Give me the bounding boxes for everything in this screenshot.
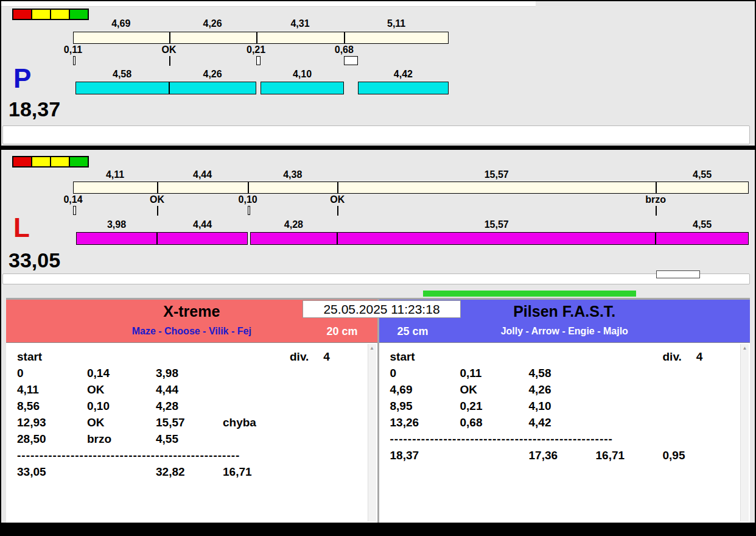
crossing-label: 0,21 xyxy=(247,44,265,55)
table-cell: start xyxy=(390,348,460,365)
start-light-1 xyxy=(31,9,51,20)
table-cell: 32,82 xyxy=(156,464,223,480)
crossing-label: 0,10 xyxy=(239,194,257,205)
table-cell xyxy=(290,464,377,480)
table-cell: 4,44 xyxy=(156,381,223,398)
table-cell: chyba xyxy=(223,414,290,431)
crossing-gap-box xyxy=(256,56,261,65)
table-cell: 4,28 xyxy=(156,398,223,414)
start-light-0 xyxy=(12,156,32,168)
split-divider xyxy=(656,182,657,193)
split-divider xyxy=(248,182,249,193)
table-cell: 12,93 xyxy=(17,414,87,431)
dog-time-label: 4,58 xyxy=(113,69,131,80)
table-cell: OK xyxy=(87,414,156,431)
split-time-label: 5,11 xyxy=(387,18,405,29)
dog-time-label: 4,28 xyxy=(284,219,303,230)
dog-time-segment xyxy=(337,232,656,245)
team-right-subtitle: Jolly - Arrow - Engie - Majlo 25 cm xyxy=(379,326,751,337)
table-cell: 33,05 xyxy=(17,464,87,480)
table-cell xyxy=(596,365,663,381)
table-cell: 8,56 xyxy=(17,398,87,414)
team-left-panel: X-treme Maze - Choose - Vilik - Fej 20 c… xyxy=(6,300,377,523)
lane-l-panel: 4,110,143,984,44OK4,444,380,104,2815,57O… xyxy=(1,150,755,298)
results-panel: X-treme Maze - Choose - Vilik - Fej 20 c… xyxy=(6,298,750,523)
table-cell: 4,42 xyxy=(529,414,596,431)
split-divider xyxy=(169,32,170,43)
table-left-scrollbar[interactable]: ▲ xyxy=(368,344,376,521)
table-cell: 0,68 xyxy=(460,414,529,431)
table-cell: 0,95 xyxy=(663,447,751,464)
table-cell: 0,21 xyxy=(460,398,529,414)
table-cell xyxy=(223,431,290,447)
dog-time-label: 3,98 xyxy=(107,219,126,230)
table-cell xyxy=(87,464,156,480)
dog-time-label: 4,55 xyxy=(693,219,712,230)
table-cell xyxy=(223,348,290,365)
run-row: 4,11OK4,44 xyxy=(6,381,377,398)
start-light-2 xyxy=(50,156,70,168)
dog-time-segment xyxy=(157,232,248,245)
split-time-label: 4,38 xyxy=(283,169,302,180)
split-time-label: 4,44 xyxy=(193,169,212,180)
table-right-scrollbar[interactable]: ▲ xyxy=(740,344,749,521)
table-cell: 0,11 xyxy=(460,365,529,381)
table-cell: 4,10 xyxy=(529,398,596,414)
table-cell: 16,71 xyxy=(223,464,290,480)
team-right-panel: Pilsen F.A.S.T. Jolly - Arrow - Engie - … xyxy=(379,300,751,523)
table-cell: OK xyxy=(460,381,529,398)
table-cell: 0 xyxy=(17,365,87,381)
table-cell: 4,55 xyxy=(156,431,223,447)
crossing-label: OK xyxy=(150,194,164,205)
dog-time-segment xyxy=(656,232,749,245)
table-cell: 4,26 xyxy=(529,381,596,398)
team-right-jump-height: 25 cm xyxy=(397,325,429,338)
table-cell xyxy=(596,398,663,414)
totals-row: 33,0532,8216,71 xyxy=(6,464,377,480)
team-left-jump-height: 20 cm xyxy=(326,325,357,338)
start-light-3 xyxy=(69,9,89,20)
split-divider xyxy=(157,182,158,193)
start-light-0 xyxy=(12,9,32,20)
table-cell xyxy=(87,348,156,365)
totals-row: 18,3717,3616,710,95 xyxy=(379,447,751,464)
split-time-label: 4,31 xyxy=(290,18,309,29)
table-cell xyxy=(529,348,596,365)
crossing-marker xyxy=(656,206,657,216)
start-lights xyxy=(12,9,88,20)
split-divider xyxy=(344,32,345,43)
dog-time-label: 4,42 xyxy=(394,69,413,80)
table-cell: 0,14 xyxy=(87,365,156,381)
dog-time-segment xyxy=(75,82,169,94)
dog-time-label: 4,44 xyxy=(193,219,212,230)
table-cell: 0 xyxy=(390,365,460,381)
team-left-table-body: startdiv.400,143,984,11OK4,448,560,104,2… xyxy=(6,348,377,480)
run-row: 8,950,214,10 xyxy=(379,398,751,414)
team-right-members: Jolly - Arrow - Engie - Majlo xyxy=(501,326,628,336)
crossing-gap-box xyxy=(344,56,358,65)
dog-time-label: 15,57 xyxy=(485,219,509,230)
crossing-marker xyxy=(169,56,170,66)
table-cell: brzo xyxy=(87,431,156,447)
split-time-label: 4,11 xyxy=(106,169,124,180)
crossing-label: brzo xyxy=(645,194,666,205)
crossing-marker xyxy=(337,206,338,216)
dog-time-segment xyxy=(169,82,256,94)
run-row: 8,560,104,28 xyxy=(6,398,377,414)
crossing-label: 0,68 xyxy=(335,44,354,55)
split-time-label: 4,55 xyxy=(693,169,712,180)
dog-time-segment xyxy=(76,232,158,245)
team-left-results-table: startdiv.400,143,984,11OK4,448,560,104,2… xyxy=(6,342,377,523)
split-bar-track xyxy=(73,182,749,194)
table-cell xyxy=(596,381,663,398)
table-header-row: startdiv.4 xyxy=(379,348,751,365)
table-cell xyxy=(460,348,529,365)
scroll-up-icon[interactable]: ▲ xyxy=(368,344,376,353)
table-cell: 4,58 xyxy=(529,365,596,381)
split-divider xyxy=(337,182,338,193)
separator-row: ----------------------------------------… xyxy=(379,431,751,447)
table-cell: 0,10 xyxy=(87,398,156,414)
split-divider xyxy=(256,32,257,43)
scroll-up-icon[interactable]: ▲ xyxy=(741,344,749,353)
crossing-label: 0,14 xyxy=(63,194,82,205)
